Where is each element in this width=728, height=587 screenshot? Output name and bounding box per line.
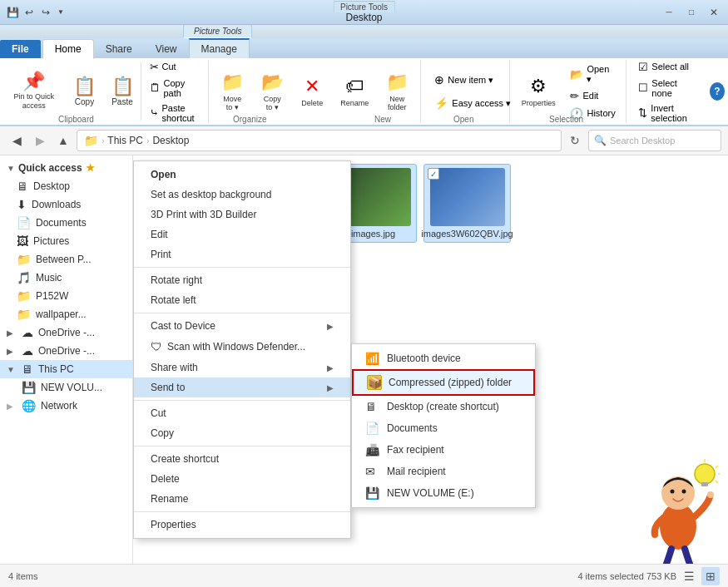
sm-desktop-shortcut[interactable]: 🖥 Desktop (create shortcut) [352, 396, 535, 417]
desktop-icon: 🖥 [17, 180, 28, 193]
tab-file[interactable]: File [0, 40, 41, 58]
delete-button[interactable]: ✕ Delete [294, 62, 330, 121]
sidebar-item-onedrive2[interactable]: ▶ ☁ OneDrive -... [0, 342, 132, 360]
music-icon: 🎵 [17, 271, 31, 284]
cm-set-desktop-bg[interactable]: Set as desktop background [134, 185, 350, 205]
new-item-button[interactable]: ⊕ New item ▾ [428, 70, 503, 90]
copy-button[interactable]: 📋 Copy [67, 62, 103, 121]
sidebar-item-documents[interactable]: 📄 Documents [0, 214, 132, 232]
picture-tools-tab[interactable]: Picture Tools [183, 24, 252, 38]
new-volume-icon: 💾 [22, 381, 36, 394]
sidebar-item-new-volume[interactable]: 💾 NEW VOLU... [0, 378, 132, 397]
sm-documents[interactable]: 📄 Documents [352, 417, 535, 439]
tab-manage[interactable]: Manage [189, 38, 250, 58]
sm-bluetooth[interactable]: 📶 Bluetooth device [352, 348, 535, 369]
redo-icon[interactable]: ↪ [38, 5, 53, 20]
grid-view-button[interactable]: ⊞ [701, 567, 720, 585]
select-all-icon: ☑ [638, 61, 648, 73]
cm-copy[interactable]: Copy [134, 423, 350, 443]
cm-create-shortcut[interactable]: Create shortcut [134, 449, 350, 469]
cm-cast-to-device[interactable]: Cast to Device▶ [134, 316, 350, 336]
cm-share-with[interactable]: Share with▶ [134, 358, 350, 377]
clipboard-group: 📌 Pin to Quick access 📋 Copy 📋 Paste ✂ C… [0, 60, 209, 123]
pin-to-quick-access-button[interactable]: 📌 Pin to Quick access [5, 62, 63, 121]
sidebar-item-this-pc[interactable]: ▼ 🖥 This PC [0, 360, 132, 378]
cut-button[interactable]: ✂ Cut [145, 59, 204, 75]
copy-to-button[interactable]: 📂 Copyto ▾ [254, 62, 290, 121]
paste-shortcut-button[interactable]: ⤷ Paste shortcut [145, 101, 204, 125]
rename-button[interactable]: 🏷 Rename [334, 62, 375, 121]
cm-cut[interactable]: Cut [134, 403, 350, 423]
cm-rotate-left[interactable]: Rotate left [134, 290, 350, 310]
edit-button[interactable]: ✏ Edit [565, 88, 621, 104]
cm-print[interactable]: Print [134, 244, 350, 264]
tab-view[interactable]: View [144, 40, 189, 58]
volume-icon: 💾 [365, 486, 380, 500]
sm-fax[interactable]: 📠 Fax recipient [352, 439, 535, 461]
sidebar-item-music[interactable]: 🎵 Music [0, 269, 132, 287]
address-path[interactable]: 📁 › This PC › Desktop [77, 130, 562, 151]
sm-new-volume[interactable]: 💾 NEW VOLUME (E:) [352, 482, 535, 504]
tab-share[interactable]: Share [94, 40, 144, 58]
file-name-4: images3W602QBV.jpg [421, 229, 513, 239]
sidebar-item-wallpaper[interactable]: 📁 wallpaper... [0, 305, 132, 323]
cm-send-to[interactable]: Send to▶ [134, 377, 350, 397]
sidebar-item-desktop[interactable]: 🖥 Desktop [0, 177, 132, 195]
paste-button[interactable]: 📋 Paste [105, 62, 141, 121]
edit-icon: ✏ [570, 90, 579, 102]
easy-access-button[interactable]: ⚡ Easy access ▾ [428, 93, 503, 113]
file-item-4[interactable]: ✓ images3W602QBV.jpg [423, 164, 511, 243]
invert-selection-button[interactable]: ⇅ Invert selection [631, 101, 704, 125]
cm-delete[interactable]: Delete [134, 469, 350, 489]
new-folder-icon: 📁 [386, 72, 409, 93]
new-folder-button[interactable]: 📁 Newfolder [379, 62, 415, 121]
item-count: 4 items [8, 571, 37, 581]
list-view-button[interactable]: ☰ [680, 567, 698, 585]
copy-path-icon: 🗒 [150, 81, 161, 94]
select-all-button[interactable]: ☑ Select all [631, 59, 704, 75]
sidebar-item-p152w[interactable]: 📁 P152W [0, 287, 132, 305]
maximize-button[interactable]: □ [681, 2, 702, 23]
paste-shortcut-icon: ⤷ [150, 106, 159, 119]
sidebar-item-pictures[interactable]: 🖼 Pictures [0, 232, 132, 250]
back-button[interactable]: ◀ [7, 131, 27, 150]
svg-point-4 [707, 491, 714, 498]
cm-open[interactable]: Open [134, 165, 350, 185]
cm-edit[interactable]: Edit [134, 224, 350, 244]
close-button[interactable]: ✕ [703, 2, 725, 23]
move-to-button[interactable]: 📁 Moveto ▾ [214, 62, 250, 121]
select-none-button[interactable]: ☐ Select none [631, 76, 704, 100]
sidebar-item-between[interactable]: 📁 Between P... [0, 250, 132, 269]
quick-save-icon[interactable]: 💾 [5, 5, 20, 20]
copy-icon: 📋 [73, 77, 96, 96]
cm-scan-defender[interactable]: 🛡Scan with Windows Defender... [134, 336, 350, 358]
undo-icon[interactable]: ↩ [22, 5, 37, 20]
quick-access-header[interactable]: ▼ Quick access ★ [0, 159, 132, 177]
sidebar-item-downloads[interactable]: ⬇ Downloads [0, 195, 132, 214]
copy-path-button[interactable]: 🗒 Copy path [145, 76, 204, 100]
refresh-button[interactable]: ↻ [565, 131, 585, 150]
help-button[interactable]: ? [710, 82, 725, 101]
open-button[interactable]: 📂 Open ▾ [565, 62, 621, 86]
cm-3d-print[interactable]: 3D Print with 3D Builder [134, 205, 350, 224]
forward-button[interactable]: ▶ [30, 131, 50, 150]
minimize-button[interactable]: ─ [658, 2, 680, 23]
pin-icon: 📌 [22, 72, 45, 91]
cm-properties[interactable]: Properties [134, 515, 350, 535]
sidebar-item-onedrive1[interactable]: ▶ ☁ OneDrive -... [0, 323, 132, 342]
svg-line-7 [716, 466, 718, 468]
search-box[interactable]: 🔍 Search Desktop [588, 130, 721, 151]
fax-icon: 📠 [365, 443, 380, 456]
properties-button[interactable]: ⚙ Properties [515, 62, 562, 121]
wallpaper-icon: 📁 [17, 308, 31, 321]
sm-compressed-folder[interactable]: 📦 Compressed (zipped) folder [352, 369, 535, 396]
desktop-path: Desktop [152, 135, 189, 146]
sm-mail[interactable]: ✉ Mail recipient [352, 461, 535, 482]
copy-to-icon: 📂 [261, 72, 284, 93]
dropdown-icon[interactable]: ▼ [55, 5, 67, 20]
sidebar-item-network[interactable]: ▶ 🌐 Network [0, 397, 132, 415]
tab-home[interactable]: Home [42, 39, 94, 59]
cm-rotate-right[interactable]: Rotate right [134, 270, 350, 290]
up-button[interactable]: ▲ [53, 131, 73, 150]
cm-rename[interactable]: Rename [134, 489, 350, 509]
